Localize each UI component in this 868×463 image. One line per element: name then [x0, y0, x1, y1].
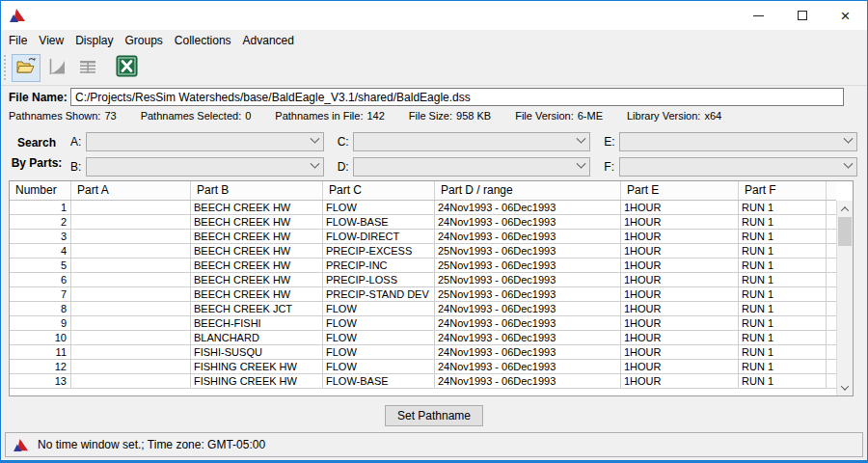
cell: 1HOUR — [621, 244, 739, 259]
cell — [71, 374, 191, 389]
menu-item-advanced[interactable]: Advanced — [237, 30, 300, 50]
plot-button[interactable] — [42, 54, 71, 82]
part-b-combobox[interactable] — [86, 157, 324, 177]
chevron-down-icon — [310, 159, 319, 169]
menu-item-file[interactable]: File — [3, 30, 33, 50]
cell: 5 — [10, 259, 71, 273]
part-f-combobox[interactable] — [619, 157, 857, 177]
table-row[interactable]: 3BEECH CREEK HWFLOW-DIRECT24Nov1993 - 06… — [10, 230, 836, 244]
cell: 24Nov1993 - 06Dec1993 — [435, 302, 621, 316]
search-by-parts-panel: Search By Parts: A:B:C:D:E:F: — [9, 131, 857, 177]
column-header-part-e[interactable]: Part E — [621, 181, 739, 200]
menu-item-view[interactable]: View — [33, 30, 69, 50]
cell: 13 — [10, 374, 71, 389]
column-header-part-a[interactable]: Part A — [71, 181, 191, 200]
cell: BLANCHARD — [191, 331, 323, 345]
file-name-label: File Name: — [9, 91, 70, 104]
table-row[interactable]: 4BEECH CREEK HWPRECIP-EXCESS25Nov1993 - … — [10, 244, 836, 259]
menu-item-display[interactable]: Display — [69, 30, 119, 50]
cell: FLOW — [323, 360, 435, 374]
cell: 24Nov1993 - 06Dec1993 — [435, 230, 621, 244]
file-name-row: File Name: — [9, 88, 844, 106]
cell: FLOW — [323, 302, 435, 316]
cell: 1HOUR — [621, 316, 739, 331]
menu-item-groups[interactable]: Groups — [120, 30, 169, 50]
tabulate-button[interactable] — [73, 54, 102, 82]
cell: RUN 1 — [739, 345, 827, 360]
table-row[interactable]: 13FISHING CREEK HWFLOW-BASE24Nov1993 - 0… — [10, 374, 836, 389]
table-row[interactable]: 10BLANCHARDFLOW24Nov1993 - 06Dec19931HOU… — [10, 331, 836, 345]
table-row[interactable]: 7BEECH CREEK HWPRECIP-STAND DEV25Nov1993… — [10, 287, 836, 302]
cell: FLOW-BASE — [323, 215, 435, 230]
status-text: No time window set.; Time zone: GMT-05:0… — [38, 438, 265, 451]
chevron-down-icon — [577, 134, 586, 144]
cell: 12 — [10, 360, 71, 374]
vertical-scrollbar[interactable] — [836, 201, 853, 395]
cell: 10 — [10, 331, 71, 345]
minimize-button[interactable] — [737, 1, 780, 30]
cell-filler — [827, 345, 836, 360]
cell: 24Nov1993 - 06Dec1993 — [435, 201, 621, 215]
excel-export-button[interactable] — [112, 54, 141, 82]
cell: 24Nov1993 - 06Dec1993 — [435, 360, 621, 374]
cell: 1 — [10, 201, 71, 215]
cell: 24Nov1993 - 06Dec1993 — [435, 345, 621, 360]
chevron-down-icon — [844, 159, 854, 169]
cell: RUN 1 — [739, 230, 827, 244]
cell: 4 — [10, 244, 71, 259]
cell: BEECH CREEK HW — [191, 215, 323, 230]
cell: 24Nov1993 - 06Dec1993 — [435, 331, 621, 345]
cell — [71, 360, 191, 374]
scrollbar-thumb[interactable] — [838, 217, 852, 246]
stats-row: Pathnames Shown:73Pathnames Selected:0Pa… — [9, 109, 859, 123]
file-name-input[interactable] — [70, 88, 844, 106]
chevron-down-icon — [841, 382, 849, 390]
column-header-part-d-range[interactable]: Part D / range — [435, 181, 621, 200]
scroll-up-button[interactable] — [837, 202, 853, 216]
pathname-table: NumberPart APart BPart CPart D / rangePa… — [9, 180, 854, 396]
part-e-combobox[interactable] — [619, 132, 857, 151]
button-row: Set Pathname — [1, 405, 867, 427]
scroll-down-button[interactable] — [837, 380, 853, 395]
chevron-down-icon — [577, 159, 586, 169]
cell: 1HOUR — [621, 345, 739, 360]
cell: RUN 1 — [739, 316, 827, 331]
cell — [71, 259, 191, 273]
part-a-label: A: — [70, 135, 86, 149]
toolbar-grip[interactable] — [4, 55, 8, 80]
table-row[interactable]: 11FISHI-SUSQUFLOW24Nov1993 - 06Dec19931H… — [10, 345, 836, 360]
part-d-combobox[interactable] — [353, 157, 591, 177]
table-row[interactable]: 1BEECH CREEK HWFLOW24Nov1993 - 06Dec1993… — [10, 201, 836, 215]
set-pathname-button[interactable]: Set Pathname — [385, 405, 483, 426]
menu-item-collections[interactable]: Collections — [169, 30, 237, 50]
cell: 24Nov1993 - 06Dec1993 — [435, 316, 621, 331]
cell: 1HOUR — [621, 201, 739, 215]
cell: RUN 1 — [739, 287, 827, 302]
table-row[interactable]: 6BEECH CREEK HWPRECIP-LOSS25Nov1993 - 06… — [10, 273, 836, 287]
cell: 1HOUR — [621, 374, 739, 389]
cell: FLOW-DIRECT — [323, 230, 435, 244]
cell: PRECIP-EXCESS — [323, 244, 435, 259]
cell: 25Nov1993 - 06Dec1993 — [435, 287, 621, 302]
maximize-button[interactable] — [780, 1, 824, 30]
open-file-button[interactable] — [12, 54, 41, 82]
column-header-number[interactable]: Number — [10, 181, 71, 200]
cell: 25Nov1993 - 06Dec1993 — [435, 244, 621, 259]
close-button[interactable]: × — [824, 1, 867, 30]
part-c-combobox[interactable] — [353, 132, 591, 151]
column-header-part-c[interactable]: Part C — [323, 181, 435, 200]
table-row[interactable]: 9BEECH-FISHIFLOW24Nov1993 - 06Dec19931HO… — [10, 316, 836, 331]
table-row[interactable]: 12FISHING CREEK HWFLOW24Nov1993 - 06Dec1… — [10, 360, 836, 374]
table-icon — [77, 57, 98, 79]
column-header-part-b[interactable]: Part B — [191, 181, 323, 200]
cell: FISHING CREEK HW — [191, 360, 323, 374]
column-header-part-f[interactable]: Part F — [739, 181, 827, 200]
app-logo-icon — [10, 8, 26, 23]
cell — [71, 331, 191, 345]
statusbar: No time window set.; Time zone: GMT-05:0… — [5, 432, 863, 457]
table-row[interactable]: 5BEECH CREEK HWPRECIP-INC25Nov1993 - 06D… — [10, 259, 836, 273]
table-row[interactable]: 2BEECH CREEK HWFLOW-BASE24Nov1993 - 06De… — [10, 215, 836, 230]
table-row[interactable]: 8BEECH CREEK JCTFLOW24Nov1993 - 06Dec199… — [10, 302, 836, 316]
part-a-combobox[interactable] — [86, 132, 324, 151]
cell: BEECH CREEK HW — [191, 273, 323, 287]
